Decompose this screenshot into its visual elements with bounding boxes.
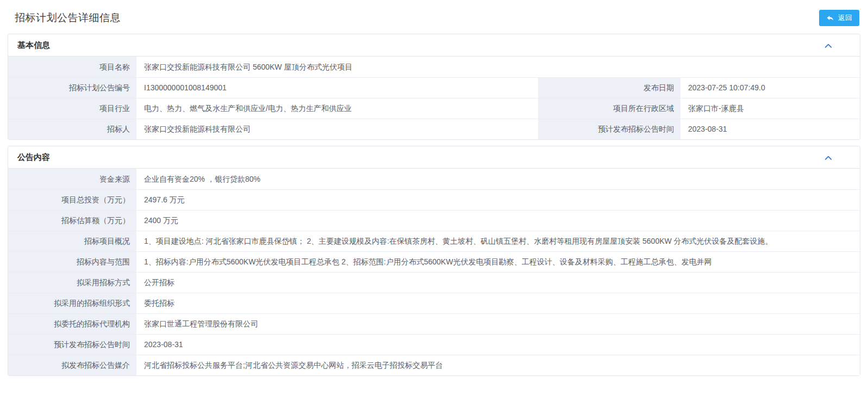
field-label: 招标内容与范围 xyxy=(8,252,138,272)
field-row: 拟采用招标方式公开招标 xyxy=(8,272,860,293)
field-row: 招标人张家口交投新能源科技有限公司预计发布招标公告时间2023-08-31 xyxy=(8,119,860,139)
section-panel-announcement-content: 公告内容 资金来源企业自有资金20% ，银行贷款80%项目总投资（万元）2497… xyxy=(8,146,860,376)
section-rows: 资金来源企业自有资金20% ，银行贷款80%项目总投资（万元）2497.6 万元… xyxy=(8,169,860,375)
field-value: 1、招标内容:户用分布式5600KW光伏发电项目工程总承包 2、招标范围:户用分… xyxy=(138,252,860,272)
section-header: 公告内容 xyxy=(8,146,860,169)
field-row: 招标计划公告编号I1300000001008149001发布日期2023-07-… xyxy=(8,77,860,98)
field-label: 项目名称 xyxy=(8,57,138,77)
field-row: 预计发布招标公告时间2023-08-31 xyxy=(8,334,860,355)
field-label: 预计发布招标公告时间 xyxy=(537,119,682,139)
field-value: 委托招标 xyxy=(138,293,860,313)
field-value: 2023-08-31 xyxy=(138,335,860,355)
field-value: 张家口交投新能源科技有限公司 5600KW 屋顶分布式光伏项目 xyxy=(138,57,860,77)
field-label: 拟采用的招标组织形式 xyxy=(8,293,138,313)
field-label: 拟委托的招标代理机构 xyxy=(8,314,138,334)
field-value: 1、项目建设地点: 河北省张家口市鹿县保岱镇； 2、主要建设规模及内容:在保镇茶… xyxy=(138,231,860,251)
field-value: 公开招标 xyxy=(138,273,860,293)
field-row: 拟发布招标公告媒介河北省招标投标公共服务平台;河北省公共资源交易中心网站，招采云… xyxy=(8,355,860,375)
back-button-label: 返回 xyxy=(838,13,852,23)
field-row: 拟委托的招标代理机构张家口世通工程管理股份有限公司 xyxy=(8,313,860,334)
field-value: 电力、热力、燃气及水生产和供应业/电力、热力生产和供应业 xyxy=(138,98,537,119)
field-row: 拟采用的招标组织形式委托招标 xyxy=(8,293,860,313)
field-value: 张家口世通工程管理股份有限公司 xyxy=(138,314,860,334)
field-row: 项目行业电力、热力、燃气及水生产和供应业/电力、热力生产和供应业项目所在行政区域… xyxy=(8,98,860,119)
field-value: 河北省招标投标公共服务平台;河北省公共资源交易中心网站，招采云电子招投标交易平台 xyxy=(138,355,860,375)
section-title: 基本信息 xyxy=(17,40,50,51)
field-label: 发布日期 xyxy=(537,78,682,98)
field-value: I1300000001008149001 xyxy=(138,78,537,98)
field-label: 拟采用招标方式 xyxy=(8,273,138,293)
field-label: 项目总投资（万元） xyxy=(8,190,138,210)
section-title: 公告内容 xyxy=(17,152,50,163)
field-label: 招标估算额（万元） xyxy=(8,211,138,231)
topbar: 招标计划公告详细信息 返回 xyxy=(0,0,868,34)
field-row: 项目名称张家口交投新能源科技有限公司 5600KW 屋顶分布式光伏项目 xyxy=(8,57,860,77)
field-value: 2400 万元 xyxy=(138,211,860,231)
section-rows: 项目名称张家口交投新能源科技有限公司 5600KW 屋顶分布式光伏项目招标计划公… xyxy=(8,57,860,139)
page-title: 招标计划公告详细信息 xyxy=(15,11,121,25)
field-label: 预计发布招标公告时间 xyxy=(8,335,138,355)
section-panel-basic-info: 基本信息 项目名称张家口交投新能源科技有限公司 5600KW 屋顶分布式光伏项目… xyxy=(8,34,860,140)
field-label: 拟发布招标公告媒介 xyxy=(8,355,138,375)
field-row: 招标项目概况1、项目建设地点: 河北省张家口市鹿县保岱镇； 2、主要建设规模及内… xyxy=(8,231,860,251)
field-row: 项目总投资（万元）2497.6 万元 xyxy=(8,189,860,210)
field-value: 张家口市-涿鹿县 xyxy=(682,98,860,119)
field-value: 2023-08-31 xyxy=(682,119,860,139)
section-header: 基本信息 xyxy=(8,34,860,57)
field-row: 资金来源企业自有资金20% ，银行贷款80% xyxy=(8,169,860,189)
field-label: 资金来源 xyxy=(8,169,138,189)
field-value: 企业自有资金20% ，银行贷款80% xyxy=(138,169,860,189)
reply-arrow-icon xyxy=(826,14,834,22)
field-row: 招标内容与范围1、招标内容:户用分布式5600KW光伏发电项目工程总承包 2、招… xyxy=(8,251,860,272)
back-button[interactable]: 返回 xyxy=(819,10,859,26)
field-label: 项目行业 xyxy=(8,98,138,119)
field-label: 招标人 xyxy=(8,119,138,139)
field-row: 招标估算额（万元）2400 万元 xyxy=(8,210,860,231)
chevron-up-icon[interactable] xyxy=(823,42,833,50)
field-label: 项目所在行政区域 xyxy=(537,98,682,119)
field-label: 招标计划公告编号 xyxy=(8,78,138,98)
field-value: 2497.6 万元 xyxy=(138,190,860,210)
field-value: 2023-07-25 10:07:49.0 xyxy=(682,78,860,98)
chevron-up-icon[interactable] xyxy=(823,154,833,162)
field-label: 招标项目概况 xyxy=(8,231,138,251)
field-value: 张家口交投新能源科技有限公司 xyxy=(138,119,537,139)
